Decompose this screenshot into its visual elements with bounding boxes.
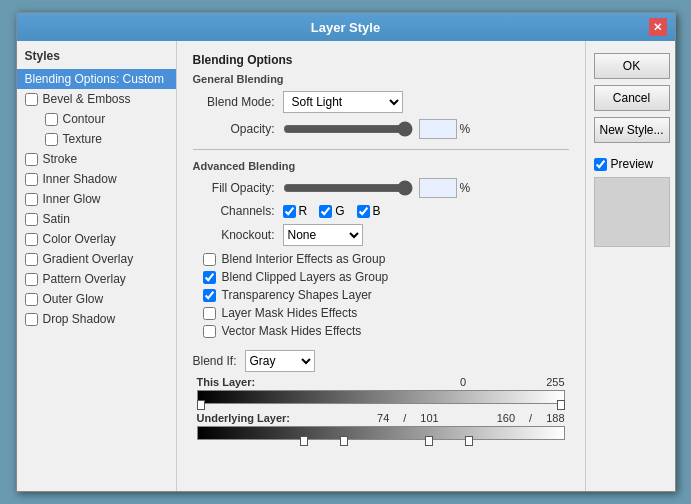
blend-clipped-row: Blend Clipped Layers as Group: [193, 270, 569, 284]
sidebar-item-bevel-emboss[interactable]: Bevel & Emboss: [17, 89, 176, 109]
sidebar-checkbox-satin[interactable]: [25, 213, 38, 226]
vector-mask-row: Vector Mask Hides Effects: [193, 324, 569, 338]
sidebar-item-stroke[interactable]: Stroke: [17, 149, 176, 169]
sidebar-checkbox-color-overlay[interactable]: [25, 233, 38, 246]
sidebar-item-pattern-overlay[interactable]: Pattern Overlay: [17, 269, 176, 289]
sidebar-item-gradient-overlay[interactable]: Gradient Overlay: [17, 249, 176, 269]
channel-r-item: R: [283, 204, 308, 218]
sidebar-item-texture[interactable]: Texture: [17, 129, 176, 149]
dialog-title: Layer Style: [43, 20, 649, 35]
opacity-row: Opacity: 100 %: [193, 119, 569, 139]
sidebar-item-inner-shadow-label: Inner Shadow: [43, 172, 117, 186]
transparency-row: Transparency Shapes Layer: [193, 288, 569, 302]
layer-style-dialog: Layer Style ✕ Styles Blending Options: C…: [16, 12, 676, 492]
this-layer-label: This Layer:: [197, 376, 256, 388]
opacity-slider[interactable]: [283, 121, 413, 137]
preview-checkbox[interactable]: [594, 158, 607, 171]
preview-label: Preview: [611, 157, 654, 171]
main-content: Blending Options General Blending Blend …: [177, 41, 585, 491]
blend-mode-select[interactable]: Soft Light Normal Multiply Screen Overla…: [283, 91, 403, 113]
this-layer-right-handle[interactable]: [557, 400, 565, 410]
sidebar-item-drop-shadow-label: Drop Shadow: [43, 312, 116, 326]
preview-section: Preview: [594, 157, 667, 247]
close-button[interactable]: ✕: [649, 18, 667, 36]
opacity-percent: %: [460, 122, 471, 136]
sidebar-checkbox-inner-glow[interactable]: [25, 193, 38, 206]
blend-clipped-label: Blend Clipped Layers as Group: [222, 270, 389, 284]
fill-opacity-input[interactable]: 100: [419, 178, 457, 198]
sidebar-item-contour[interactable]: Contour: [17, 109, 176, 129]
sidebar-item-inner-shadow[interactable]: Inner Shadow: [17, 169, 176, 189]
blend-interior-checkbox[interactable]: [203, 253, 216, 266]
divider-1: [193, 149, 569, 150]
vector-mask-checkbox[interactable]: [203, 325, 216, 338]
fill-opacity-label: Fill Opacity:: [193, 181, 283, 195]
transparency-checkbox[interactable]: [203, 289, 216, 302]
underlying-left-handle-1[interactable]: [300, 436, 308, 446]
blend-interior-row: Blend Interior Effects as Group: [193, 252, 569, 266]
sidebar-checkbox-contour[interactable]: [45, 113, 58, 126]
sidebar-checkbox-texture[interactable]: [45, 133, 58, 146]
channel-g-checkbox[interactable]: [319, 205, 332, 218]
vector-mask-label: Vector Mask Hides Effects: [222, 324, 362, 338]
channel-b-checkbox[interactable]: [357, 205, 370, 218]
underlying-layer-container: Underlying Layer: 74 / 101 160 / 188: [193, 408, 569, 440]
fill-opacity-percent: %: [460, 181, 471, 195]
sidebar-item-blending-options[interactable]: Blending Options: Custom: [17, 69, 176, 89]
sidebar-checkbox-inner-shadow[interactable]: [25, 173, 38, 186]
advanced-blending-title: Advanced Blending: [193, 160, 569, 172]
this-layer-gradient-container: [197, 390, 565, 404]
underlying-val1: 74: [377, 412, 389, 424]
sidebar-checkbox-outer-glow[interactable]: [25, 293, 38, 306]
layer-mask-checkbox[interactable]: [203, 307, 216, 320]
sidebar-checkbox-gradient-overlay[interactable]: [25, 253, 38, 266]
fill-opacity-slider[interactable]: [283, 180, 413, 196]
channels-row: Channels: R G B: [193, 204, 569, 218]
channel-b-item: B: [357, 204, 381, 218]
sidebar-checkbox-pattern-overlay[interactable]: [25, 273, 38, 286]
underlying-left-handle-2[interactable]: [340, 436, 348, 446]
sidebar-item-blending-options-label: Blending Options: Custom: [25, 72, 164, 86]
sidebar-item-outer-glow[interactable]: Outer Glow: [17, 289, 176, 309]
underlying-sep1: /: [403, 412, 406, 424]
this-layer-gradient-bar: [197, 390, 565, 404]
blending-options-title: Blending Options: [193, 53, 569, 67]
sidebar-checkbox-stroke[interactable]: [25, 153, 38, 166]
right-buttons: OK Cancel New Style... Preview: [585, 41, 675, 491]
sidebar-item-gradient-overlay-label: Gradient Overlay: [43, 252, 134, 266]
blend-mode-row: Blend Mode: Soft Light Normal Multiply S…: [193, 91, 569, 113]
opacity-input[interactable]: 100: [419, 119, 457, 139]
underlying-layer-gradient-bar: [197, 426, 565, 440]
sidebar-header: Styles: [17, 45, 176, 69]
blend-clipped-checkbox[interactable]: [203, 271, 216, 284]
fill-opacity-row: Fill Opacity: 100 %: [193, 178, 569, 198]
sidebar-item-satin-label: Satin: [43, 212, 70, 226]
sidebar-item-stroke-label: Stroke: [43, 152, 78, 166]
blend-if-section: Blend If: Gray Red Green Blue This Layer…: [193, 350, 569, 440]
sidebar-checkbox-drop-shadow[interactable]: [25, 313, 38, 326]
underlying-val3: 160: [497, 412, 515, 424]
sidebar-checkbox-bevel-emboss[interactable]: [25, 93, 38, 106]
this-layer-left-handle[interactable]: [197, 400, 205, 410]
new-style-button[interactable]: New Style...: [594, 117, 670, 143]
sidebar-item-pattern-overlay-label: Pattern Overlay: [43, 272, 126, 286]
sidebar-item-texture-label: Texture: [63, 132, 102, 146]
blend-if-select[interactable]: Gray Red Green Blue: [245, 350, 315, 372]
cancel-button[interactable]: Cancel: [594, 85, 670, 111]
layer-mask-row: Layer Mask Hides Effects: [193, 306, 569, 320]
preview-box: [594, 177, 670, 247]
channel-r-label: R: [299, 204, 308, 218]
ok-button[interactable]: OK: [594, 53, 670, 79]
underlying-right-handle-1[interactable]: [425, 436, 433, 446]
general-blending-title: General Blending: [193, 73, 569, 85]
layer-mask-label: Layer Mask Hides Effects: [222, 306, 358, 320]
channel-r-checkbox[interactable]: [283, 205, 296, 218]
knockout-select[interactable]: None Shallow Deep: [283, 224, 363, 246]
blend-if-label: Blend If:: [193, 354, 237, 368]
sidebar-item-drop-shadow[interactable]: Drop Shadow: [17, 309, 176, 329]
underlying-layer-label: Underlying Layer:: [197, 412, 291, 424]
sidebar-item-satin[interactable]: Satin: [17, 209, 176, 229]
sidebar-item-color-overlay[interactable]: Color Overlay: [17, 229, 176, 249]
underlying-right-handle-2[interactable]: [465, 436, 473, 446]
sidebar-item-inner-glow[interactable]: Inner Glow: [17, 189, 176, 209]
